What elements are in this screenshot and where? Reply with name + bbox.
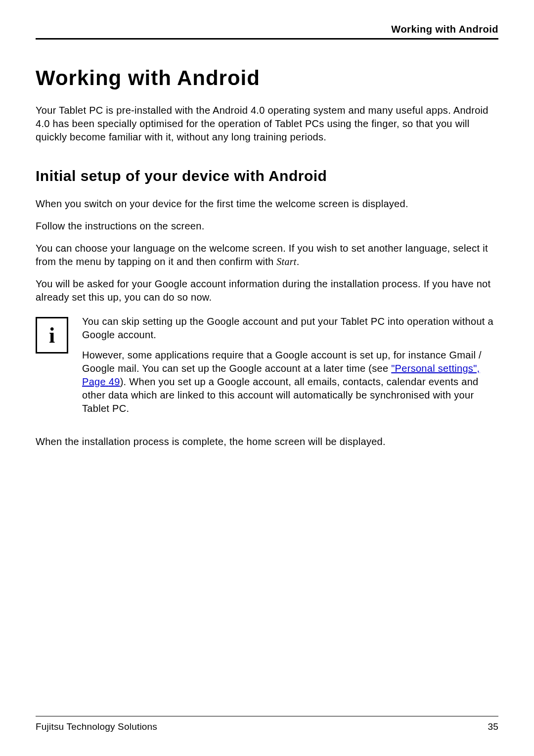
body-paragraph-4: You will be asked for your Google accoun… [36, 277, 498, 304]
info-paragraph-2: However, some applications require that … [82, 349, 498, 415]
footer-company: Fujitsu Technology Solutions [36, 721, 157, 732]
info-content: You can skip setting up the Google accou… [82, 315, 498, 422]
info-callout: i You can skip setting up the Google acc… [36, 315, 498, 422]
info-p2-post: ). When you set up a Google account, all… [82, 376, 479, 414]
body-paragraph-3-post: . [297, 256, 300, 267]
section-heading: Initial setup of your device with Androi… [36, 168, 498, 184]
page-title: Working with Android [36, 66, 498, 90]
page-footer: Fujitsu Technology Solutions 35 [36, 716, 498, 732]
running-header-text: Working with Android [391, 24, 498, 35]
body-paragraph-1: When you switch on your device for the f… [36, 197, 498, 211]
intro-paragraph: Your Tablet PC is pre-installed with the… [36, 104, 498, 144]
info-paragraph-1: You can skip setting up the Google accou… [82, 315, 498, 342]
start-keyword: Start [276, 256, 296, 267]
body-paragraph-3: You can choose your language on the welc… [36, 242, 498, 268]
info-icon-glyph: i [49, 323, 55, 348]
footer-page-number: 35 [488, 721, 498, 732]
after-info-paragraph: When the installation process is complet… [36, 435, 498, 448]
info-icon: i [36, 317, 68, 354]
body-paragraph-3-pre: You can choose your language on the welc… [36, 243, 488, 267]
body-paragraph-2: Follow the instructions on the screen. [36, 220, 498, 233]
running-header: Working with Android [36, 24, 498, 40]
